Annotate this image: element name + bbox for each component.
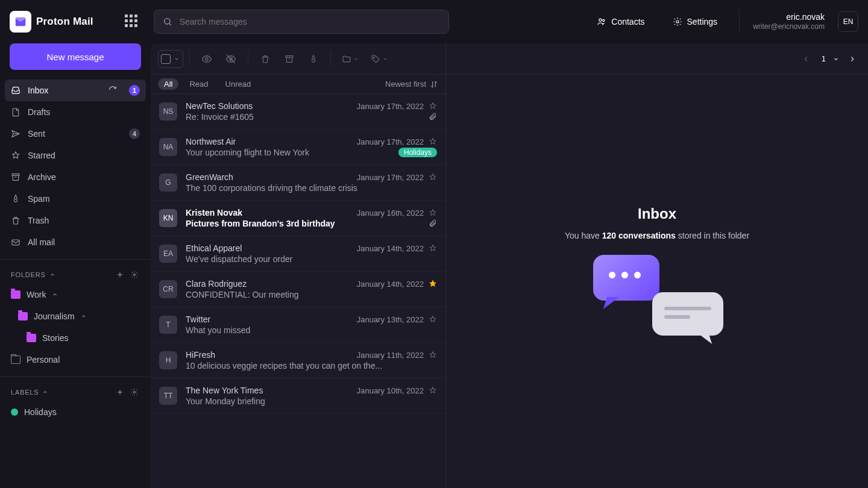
- archive-button[interactable]: [278, 50, 300, 68]
- move-to-button[interactable]: [337, 50, 363, 68]
- sort-label: Newest first: [385, 80, 426, 89]
- label-as-button[interactable]: [366, 50, 392, 68]
- message-row[interactable]: G GreenWarch January 17th, 2022 The 100 …: [151, 165, 445, 201]
- message-subject: CONFIDENTIAL: Our meeting: [186, 290, 437, 299]
- folders-header[interactable]: FOLDERS: [0, 266, 151, 284]
- folder-icon: [18, 312, 28, 321]
- message-from: The New York Times: [186, 386, 352, 395]
- svg-point-11: [134, 274, 136, 276]
- search-input[interactable]: [154, 10, 449, 34]
- trash-icon: [260, 54, 270, 64]
- folders-label: FOLDERS: [11, 271, 46, 278]
- mark-unread-button[interactable]: [220, 50, 242, 68]
- message-row[interactable]: NA Northwest Air January 17th, 2022 Your…: [151, 130, 445, 165]
- mark-read-button[interactable]: [196, 50, 218, 68]
- folders-settings-button[interactable]: [129, 269, 140, 280]
- eye-off-icon: [225, 54, 236, 64]
- message-row[interactable]: CR Clara Rodriguez January 14th, 2022 CO…: [151, 272, 445, 307]
- compose-button[interactable]: New message: [10, 43, 141, 70]
- page-number: 1: [819, 54, 828, 63]
- message-date: January 16th, 2022: [357, 208, 424, 217]
- star-icon[interactable]: [429, 208, 437, 217]
- folder-personal[interactable]: Personal: [0, 349, 151, 371]
- sort-button[interactable]: Newest first: [385, 80, 438, 89]
- settings-link[interactable]: Settings: [668, 17, 723, 27]
- filter-read[interactable]: Read: [183, 78, 214, 90]
- logo-text: Proton Mail: [36, 16, 93, 28]
- chevron-up-icon: [52, 292, 58, 298]
- sidebar-item-inbox[interactable]: Inbox 1: [5, 80, 146, 101]
- message-from: Twitter: [186, 314, 352, 324]
- language-selector[interactable]: EN: [838, 11, 858, 32]
- star-icon[interactable]: [429, 244, 437, 252]
- message-from: HiFresh: [186, 350, 352, 360]
- avatar: KN: [159, 209, 177, 227]
- sidebar-item-archive[interactable]: Archive: [5, 166, 146, 188]
- message-subject: 10 delicious veggie recipes that you can…: [186, 361, 437, 371]
- star-icon[interactable]: [429, 173, 437, 181]
- labels-settings-button[interactable]: [129, 387, 140, 398]
- sidebar-item-sent[interactable]: Sent 4: [5, 123, 146, 145]
- filter-unread[interactable]: Unread: [219, 78, 257, 90]
- select-all-button[interactable]: [158, 50, 183, 68]
- star-icon[interactable]: [429, 137, 437, 146]
- sidebar-item-allmail[interactable]: All mail: [5, 231, 146, 253]
- message-row[interactable]: KN Kristen Novak January 16th, 2022 Pict…: [151, 201, 445, 236]
- sidebar-item-spam[interactable]: Spam: [5, 188, 146, 210]
- search-field[interactable]: [180, 17, 440, 27]
- star-icon[interactable]: [429, 280, 437, 288]
- folder-icon: [11, 290, 20, 299]
- labels-header[interactable]: LABELS: [0, 383, 151, 401]
- add-label-button[interactable]: [115, 387, 125, 398]
- folder-stories[interactable]: Stories: [0, 327, 151, 349]
- spam-button[interactable]: [303, 50, 324, 68]
- archive-icon: [285, 54, 294, 64]
- chevron-up-icon: [81, 313, 87, 319]
- message-row[interactable]: T Twitter January 13th, 2022 What you mi…: [151, 307, 445, 343]
- sidebar-item-drafts[interactable]: Drafts: [5, 101, 146, 123]
- message-row[interactable]: EA Ethical Apparel January 14th, 2022 We…: [151, 236, 445, 272]
- message-subject: The 100 corporations driving the climate…: [186, 183, 437, 193]
- refresh-icon[interactable]: [108, 86, 118, 95]
- chevron-down-icon: [833, 56, 839, 62]
- allmail-label: All mail: [28, 237, 140, 247]
- next-page-button[interactable]: [841, 50, 863, 68]
- folder-journalism[interactable]: Journalism: [0, 305, 151, 327]
- svg-line-1: [169, 23, 171, 25]
- star-icon[interactable]: [429, 386, 437, 395]
- add-folder-button[interactable]: [115, 269, 125, 280]
- fire-icon: [309, 54, 318, 64]
- star-icon[interactable]: [429, 351, 437, 359]
- contacts-link[interactable]: Contacts: [592, 17, 649, 27]
- inbox-icon: [11, 86, 20, 95]
- sidebar-item-starred[interactable]: Starred: [5, 145, 146, 166]
- product-logo[interactable]: Proton Mail: [10, 11, 93, 33]
- folder-work[interactable]: Work: [0, 284, 151, 305]
- user-menu[interactable]: eric.novak writer@ericnovak.com: [753, 12, 825, 32]
- app-switcher-icon[interactable]: [125, 14, 139, 29]
- delete-button[interactable]: [254, 50, 276, 68]
- prev-page-button[interactable]: [795, 50, 817, 68]
- star-icon[interactable]: [429, 102, 437, 110]
- folder-personal-label: Personal: [27, 355, 60, 364]
- star-icon[interactable]: [429, 315, 437, 324]
- sidebar-item-trash[interactable]: Trash: [5, 210, 146, 231]
- filter-all[interactable]: All: [158, 78, 178, 90]
- message-date: January 14th, 2022: [357, 280, 424, 289]
- message-from: NewTec Solutions: [186, 101, 352, 111]
- message-subject: We've dispatched your order: [186, 254, 437, 264]
- message-row[interactable]: H HiFresh January 11th, 2022 10 deliciou…: [151, 343, 445, 378]
- message-row[interactable]: TT The New York Times January 10th, 2022…: [151, 378, 445, 414]
- chevron-right-icon: [848, 55, 857, 63]
- attachment-icon: [429, 113, 437, 121]
- checkbox-icon: [161, 54, 171, 64]
- avatar: H: [159, 351, 177, 369]
- page-selector[interactable]: 1: [819, 54, 839, 63]
- spam-label: Spam: [28, 194, 140, 204]
- message-subject: Pictures from Brandon's 3rd birthday: [186, 219, 424, 228]
- message-date: January 17th, 2022: [357, 102, 424, 111]
- message-from: Ethical Apparel: [186, 243, 352, 253]
- label-holidays[interactable]: Holidays: [0, 401, 151, 423]
- labels-label: LABELS: [11, 389, 39, 396]
- message-row[interactable]: NS NewTec Solutions January 17th, 2022 R…: [151, 94, 445, 130]
